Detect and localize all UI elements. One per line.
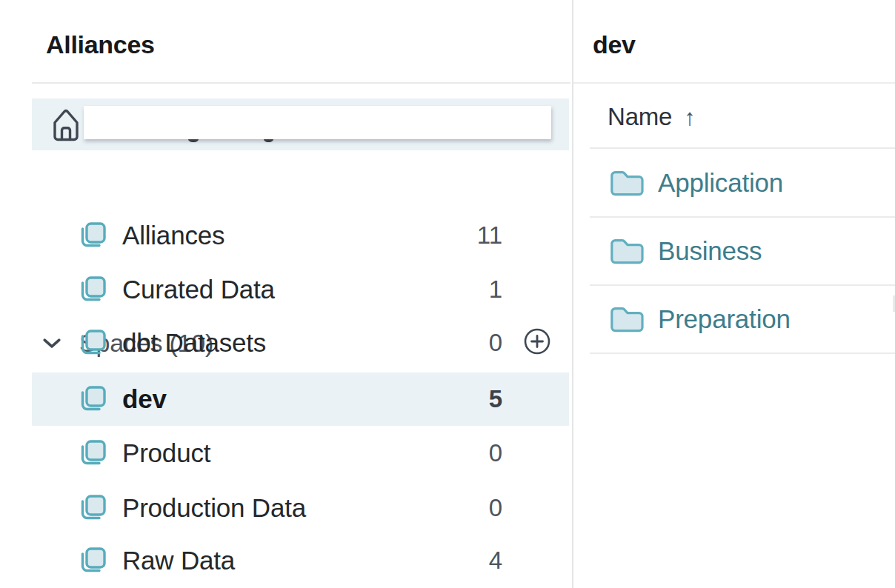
- sidebar-item-alliances[interactable]: Alliances 11: [32, 209, 569, 262]
- sidebar-title: Alliances: [46, 30, 155, 59]
- sidebar-item-curated-data[interactable]: Curated Data 1: [32, 263, 569, 316]
- space-icon: [78, 327, 108, 358]
- space-item-label: dev: [122, 372, 167, 426]
- row-divider: [590, 353, 895, 354]
- title-divider: [573, 82, 895, 84]
- space-item-count: 0: [489, 481, 502, 535]
- app-window: Alliances Spaces (10) Alliances 11 Curat…: [0, 0, 895, 588]
- space-icon: [78, 492, 108, 523]
- sidebar-item-production-data[interactable]: Production Data 0: [32, 481, 569, 535]
- space-item-count: 5: [489, 372, 502, 426]
- space-item-count: 0: [489, 316, 502, 370]
- spaces-section-header[interactable]: Spaces (10): [0, 161, 572, 202]
- space-icon: [78, 438, 108, 468]
- table-row-application[interactable]: Application: [573, 149, 895, 217]
- sidebar-item-dev-selected[interactable]: dev 5: [32, 372, 569, 426]
- sort-ascending-icon[interactable]: ↑: [684, 104, 695, 130]
- space-item-count: 11: [477, 209, 502, 262]
- space-item-label: Production Data: [122, 481, 306, 535]
- space-item-label: Alliances: [122, 209, 224, 262]
- column-header-name[interactable]: Name↑: [608, 104, 696, 130]
- folder-icon: [609, 304, 644, 334]
- content-panel: dev Name↑ Application Business Preparati…: [573, 0, 895, 588]
- space-item-label: dbt Datasets: [122, 316, 266, 370]
- table-row-preparation[interactable]: Preparation: [573, 285, 895, 353]
- folder-name-link[interactable]: Application: [658, 149, 783, 217]
- folder-icon: [609, 236, 644, 266]
- sidebar-item-dbt-datasets[interactable]: dbt Datasets 0: [32, 316, 569, 370]
- folder-icon: [609, 168, 644, 198]
- page-title: dev: [593, 30, 636, 59]
- folder-name-link[interactable]: Preparation: [658, 285, 791, 353]
- table-row-business[interactable]: Business: [573, 217, 895, 285]
- redaction-overlay: [84, 106, 551, 139]
- sidebar-item-product[interactable]: Product 0: [32, 427, 569, 480]
- space-item-count: 0: [489, 427, 502, 480]
- sidebar-panel: Alliances Spaces (10) Alliances 11 Curat…: [0, 0, 572, 588]
- space-item-label: Raw Data: [122, 534, 235, 587]
- space-item-count: 1: [489, 263, 502, 316]
- folder-name-link[interactable]: Business: [658, 217, 762, 285]
- space-icon: [78, 220, 108, 250]
- space-icon: [78, 274, 108, 304]
- space-icon: [78, 545, 108, 575]
- name-header-label: Name: [608, 103, 672, 130]
- sidebar-item-raw-data[interactable]: Raw Data 4: [32, 534, 569, 587]
- space-item-count: 4: [489, 534, 502, 587]
- space-item-label: Curated Data: [122, 263, 275, 316]
- space-icon: [78, 384, 108, 414]
- sidebar-title-divider: [32, 82, 570, 84]
- home-icon[interactable]: [52, 107, 80, 142]
- space-item-label: Product: [122, 427, 210, 480]
